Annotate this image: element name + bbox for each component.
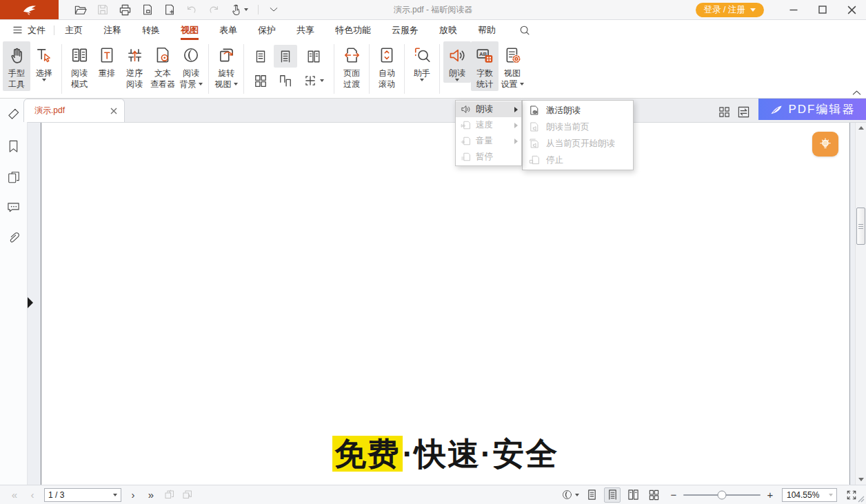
assistant-button[interactable]: 助手: [408, 41, 436, 83]
submenu-item-stop[interactable]: 停止: [523, 152, 633, 168]
select-tool-button[interactable]: 选择: [30, 41, 58, 83]
document-canvas[interactable]: 免费·快速·安全: [28, 123, 866, 485]
facing-view-button[interactable]: [625, 487, 641, 503]
menu-item-volume[interactable]: 音量: [456, 133, 521, 149]
first-page-button[interactable]: «: [6, 489, 23, 501]
activate-read-icon: [529, 105, 540, 116]
bookmarks-panel-button[interactable]: [7, 139, 20, 154]
reading-mode-button[interactable]: 阅读 模式: [66, 41, 93, 91]
next-view-button[interactable]: [178, 489, 196, 501]
collapse-ribbon-button[interactable]: [852, 89, 862, 97]
rotate-view-button[interactable]: 旋转 视图: [212, 41, 240, 91]
menu-item-speed[interactable]: 速度: [456, 117, 521, 133]
submenu-arrow-icon: [514, 123, 518, 128]
tab-comment[interactable]: 注释: [93, 20, 132, 40]
tab-protect[interactable]: 保护: [248, 20, 286, 40]
ribbon-label: 旋转: [218, 68, 234, 79]
caret-down-icon[interactable]: [113, 494, 117, 496]
customize-toolbar-button[interactable]: [268, 4, 279, 15]
tab-features[interactable]: 特色功能: [325, 20, 381, 40]
zoom-slider[interactable]: [683, 494, 761, 496]
single-page-view-button[interactable]: [583, 487, 600, 503]
auto-scroll-button[interactable]: 自动 滚动: [373, 41, 401, 91]
tab-help[interactable]: 帮助: [467, 20, 506, 40]
redo-button[interactable]: [208, 3, 220, 16]
touch-select-button[interactable]: [230, 3, 248, 17]
zoom-out-button[interactable]: −: [669, 489, 678, 501]
print-preview-button[interactable]: [141, 3, 154, 16]
submenu-item-read-from-current-page[interactable]: 从当前页开始朗读: [523, 135, 633, 152]
scroll-down-button[interactable]: [856, 474, 866, 485]
tips-lightbulb-button[interactable]: [812, 132, 838, 157]
maximize-button[interactable]: [808, 0, 837, 19]
zoom-in-button[interactable]: +: [765, 489, 775, 501]
undo-button[interactable]: [185, 3, 198, 16]
text-viewer-button[interactable]: 文本 查看器: [148, 41, 177, 91]
document-tab[interactable]: 演示.pdf: [23, 99, 125, 122]
hand-tool-button[interactable]: 手型 工具: [3, 41, 30, 91]
reading-background-quick-button[interactable]: [561, 489, 579, 501]
layout-continuous-facing-button[interactable]: [274, 69, 297, 92]
tab-present[interactable]: 放映: [429, 20, 467, 40]
submenu-item-read-current-page[interactable]: 朗读当前页: [523, 119, 633, 135]
tab-cloud[interactable]: 云服务: [381, 20, 429, 40]
login-register-button[interactable]: 登录 / 注册: [696, 3, 764, 17]
scroll-up-button[interactable]: [856, 123, 866, 133]
ribbon-label: 文本: [154, 68, 171, 79]
comments-panel-button[interactable]: [6, 201, 21, 214]
pdf-editor-button[interactable]: PDF编辑器: [758, 99, 866, 120]
search-button[interactable]: [509, 20, 541, 40]
tab-home[interactable]: 主页: [54, 20, 93, 40]
vertical-scrollbar[interactable]: [855, 123, 866, 485]
previous-page-button[interactable]: ‹: [23, 489, 41, 501]
window-resize-grip[interactable]: [856, 494, 865, 503]
last-page-button[interactable]: »: [142, 489, 160, 501]
pages-panel-button[interactable]: [7, 170, 21, 185]
print-button[interactable]: [119, 3, 132, 17]
previous-view-button[interactable]: [160, 489, 178, 501]
next-page-button[interactable]: ›: [124, 489, 142, 501]
open-file-button[interactable]: [74, 3, 87, 17]
tab-share[interactable]: 共享: [286, 20, 325, 40]
zoom-level-input[interactable]: [783, 490, 823, 500]
reflow-button[interactable]: 重排: [93, 41, 121, 80]
pen-panel-button[interactable]: [6, 107, 21, 121]
layout-continuous-button[interactable]: [274, 45, 297, 68]
pdf-page[interactable]: 免费·快速·安全: [41, 123, 850, 485]
layout-quad-button[interactable]: [249, 69, 272, 92]
layout-single-page-button[interactable]: [249, 45, 272, 68]
caret-down-icon[interactable]: [829, 494, 833, 496]
foxit-logo[interactable]: [0, 0, 59, 19]
tab-thumbnails-button[interactable]: [718, 105, 731, 119]
word-count-button[interactable]: AB 字数 统计: [471, 41, 499, 91]
close-tab-icon[interactable]: [110, 107, 118, 115]
page-transition-button[interactable]: 页面 过渡: [338, 41, 365, 91]
submenu-item-activate-read[interactable]: 激活朗读: [523, 102, 633, 119]
menu-item-pause[interactable]: 暂停: [456, 149, 521, 165]
switch-tabs-button[interactable]: [737, 105, 750, 119]
file-menu[interactable]: 文件: [0, 24, 54, 37]
save-button[interactable]: [97, 3, 109, 16]
scrollbar-thumb[interactable]: [856, 208, 865, 245]
minimize-button[interactable]: [779, 0, 808, 19]
page-number-input[interactable]: [45, 490, 104, 500]
separator: [439, 44, 440, 94]
zoom-slider-knob[interactable]: [718, 490, 727, 499]
attachments-panel-button[interactable]: [7, 231, 21, 245]
continuous-view-button[interactable]: [604, 487, 621, 503]
new-document-button[interactable]: [163, 3, 176, 16]
reading-background-button[interactable]: 阅读 背景: [177, 41, 205, 91]
menu-item-label: 暂停: [476, 151, 518, 163]
view-settings-button[interactable]: 视图 设置: [499, 41, 526, 91]
quad-view-button[interactable]: [645, 487, 662, 503]
close-button[interactable]: [837, 0, 866, 19]
expand-panel-handle[interactable]: [28, 297, 33, 308]
menu-item-read[interactable]: 朗读: [456, 101, 521, 117]
layout-split-button[interactable]: [299, 69, 329, 92]
tab-view[interactable]: 视图: [170, 20, 209, 40]
read-aloud-button[interactable]: 朗读: [443, 41, 471, 83]
tab-convert[interactable]: 转换: [132, 20, 170, 40]
layout-facing-button[interactable]: [299, 45, 329, 68]
tab-form[interactable]: 表单: [209, 20, 248, 40]
reverse-reading-button[interactable]: 逆序 阅读: [121, 41, 148, 91]
